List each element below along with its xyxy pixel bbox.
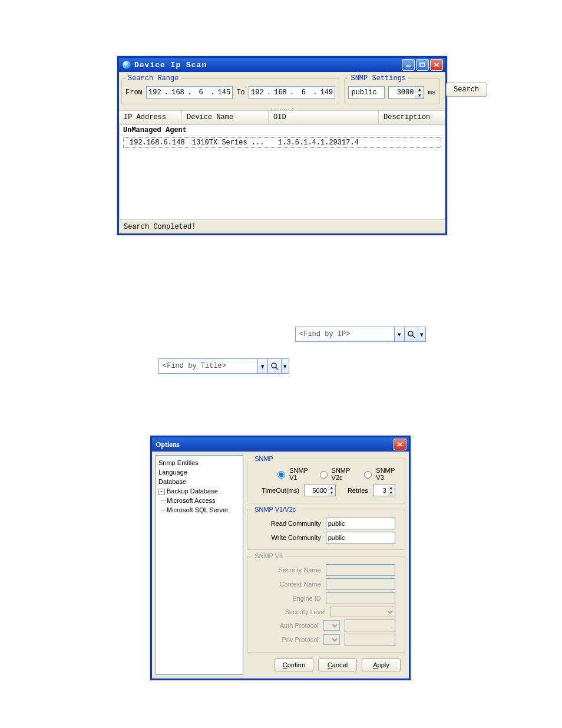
retries-input[interactable] bbox=[373, 485, 388, 496]
minimize-button[interactable] bbox=[402, 59, 415, 71]
find-title-input[interactable]: <Find by Title> bbox=[159, 359, 258, 373]
engine-id-label: Engine ID bbox=[262, 595, 321, 602]
timeout-up-icon[interactable]: ▲ bbox=[415, 87, 424, 93]
search-button[interactable]: Search bbox=[446, 83, 487, 97]
svg-point-2 bbox=[408, 331, 413, 336]
to-ip-oct2[interactable] bbox=[272, 87, 289, 98]
snmp-fieldset: SNMP SNMP V1 SNMP V2c SNMP V3 TimeOut(ms… bbox=[247, 455, 405, 503]
security-name-label: Security Name bbox=[262, 566, 321, 574]
svg-point-4 bbox=[272, 363, 276, 368]
spin-up-icon[interactable]: ▲ bbox=[328, 485, 335, 490]
to-label: To bbox=[236, 88, 244, 97]
snmp-v3-radio[interactable]: SNMP V3 bbox=[361, 467, 395, 481]
app-icon bbox=[123, 61, 131, 69]
cell-ip: 192.168.6.148 bbox=[125, 139, 187, 147]
snmp-legend: SNMP bbox=[252, 455, 276, 462]
results-header: IP Address Device Name OID Description bbox=[119, 110, 445, 124]
snmp-v2c-radio[interactable]: SNMP V2c bbox=[317, 467, 353, 481]
tree-ms-sql[interactable]: Microsoft SQL Server bbox=[167, 505, 240, 515]
search-range-fieldset: Search Range From . . . To bbox=[121, 74, 339, 104]
timeout-label: TimeOut(ms) bbox=[262, 487, 299, 494]
timeout-unit: ms bbox=[428, 89, 435, 96]
options-titlebar[interactable]: Options bbox=[152, 437, 409, 452]
confirm-button[interactable]: Confirm bbox=[275, 658, 313, 671]
write-community-label: Write Community bbox=[262, 534, 321, 541]
tree-language[interactable]: Language bbox=[158, 467, 240, 477]
to-ip-oct4[interactable] bbox=[318, 87, 335, 98]
retries-spinner[interactable]: ▲▼ bbox=[373, 485, 395, 496]
from-label: From bbox=[125, 88, 143, 97]
timeout-spinner[interactable]: ▲▼ bbox=[388, 86, 424, 99]
options-tree[interactable]: Snmp Entities Language Database −Backup … bbox=[156, 455, 243, 675]
snmp-v1-radio[interactable]: SNMP V1 bbox=[275, 467, 308, 481]
apply-button[interactable]: Apply bbox=[362, 658, 401, 671]
timeout-input[interactable] bbox=[389, 87, 415, 98]
snmp-settings-fieldset: SNMP Settings ▲▼ ms bbox=[344, 74, 439, 104]
from-ip-oct3[interactable] bbox=[193, 87, 209, 98]
status-bar: Search Completed! bbox=[119, 220, 445, 233]
spin-down-icon[interactable]: ▼ bbox=[388, 490, 395, 496]
timeout-ms-spinner[interactable]: ▲▼ bbox=[304, 485, 336, 496]
snmp-v1v2c-fieldset: SNMP V1/V2c Read Community Write Communi… bbox=[247, 506, 405, 551]
timeout-ms-input[interactable] bbox=[305, 485, 328, 496]
find-ip-menu-icon[interactable]: ▾ bbox=[418, 327, 425, 341]
tree-snmp-entities[interactable]: Snmp Entities bbox=[158, 458, 240, 467]
scan-titlebar[interactable]: Device Ip Scan bbox=[119, 58, 445, 72]
community-input[interactable] bbox=[348, 86, 385, 99]
v1v2c-legend: SNMP V1/V2c bbox=[252, 506, 298, 513]
results-grid[interactable]: UnManaged Agent 192.168.6.148 1310TX Ser… bbox=[119, 124, 445, 220]
find-title-dropdown-icon[interactable]: ▾ bbox=[258, 359, 268, 373]
svg-line-5 bbox=[276, 367, 278, 370]
cancel-button[interactable]: Cancel bbox=[318, 658, 357, 671]
find-by-ip-toolbar: <Find by IP> ▾ ▾ bbox=[295, 327, 426, 342]
maximize-button[interactable] bbox=[416, 59, 429, 71]
tree-backup-database[interactable]: −Backup Database bbox=[158, 486, 240, 496]
retries-label: Retries bbox=[348, 487, 368, 494]
priv-protocol-label: Priv Protocol bbox=[260, 636, 319, 643]
priv-protocol-select bbox=[323, 634, 340, 645]
to-ip-oct3[interactable] bbox=[295, 87, 312, 98]
result-row[interactable]: 192.168.6.148 1310TX Series ... 1.3.6.1.… bbox=[123, 137, 441, 148]
options-close-button[interactable] bbox=[394, 439, 406, 450]
from-ip-oct1[interactable] bbox=[147, 87, 163, 98]
from-ip-oct4[interactable] bbox=[216, 87, 232, 98]
find-title-search-icon[interactable] bbox=[268, 359, 282, 373]
svg-line-3 bbox=[412, 335, 415, 338]
find-ip-search-icon[interactable] bbox=[405, 327, 418, 341]
write-community-input[interactable] bbox=[326, 532, 395, 543]
from-ip-input[interactable]: . . . bbox=[146, 86, 233, 99]
find-ip-dropdown-icon[interactable]: ▾ bbox=[395, 327, 405, 341]
tree-collapse-icon[interactable]: − bbox=[158, 489, 165, 495]
options-dialog: Options Snmp Entities Language Database … bbox=[150, 436, 411, 680]
tree-database[interactable]: Database bbox=[158, 477, 240, 486]
svg-rect-0 bbox=[406, 65, 411, 67]
snmp-settings-legend: SNMP Settings bbox=[348, 74, 408, 83]
auth-protocol-select bbox=[323, 620, 340, 631]
to-ip-oct1[interactable] bbox=[249, 87, 266, 98]
auth-protocol-label: Auth Protocol bbox=[260, 622, 319, 629]
group-row[interactable]: UnManaged Agent bbox=[120, 125, 445, 136]
spin-down-icon[interactable]: ▼ bbox=[328, 490, 335, 496]
close-button[interactable] bbox=[430, 59, 443, 71]
snmp-v3-fieldset: SNMP V3 Security Name Context Name Engin… bbox=[247, 552, 405, 653]
options-title: Options bbox=[156, 440, 392, 449]
find-title-menu-icon[interactable]: ▾ bbox=[282, 359, 289, 373]
find-ip-input[interactable]: <Find by IP> bbox=[296, 327, 395, 341]
col-oid[interactable]: OID bbox=[269, 111, 379, 124]
timeout-down-icon[interactable]: ▼ bbox=[415, 93, 424, 98]
col-desc[interactable]: Description bbox=[379, 111, 445, 124]
read-community-input[interactable] bbox=[326, 518, 395, 529]
security-level-label: Security Level bbox=[267, 608, 326, 615]
col-ip[interactable]: IP Address bbox=[119, 111, 182, 124]
tree-ms-access[interactable]: Microsoft Access bbox=[167, 496, 240, 505]
security-level-select bbox=[330, 607, 395, 617]
search-range-legend: Search Range bbox=[125, 74, 181, 83]
from-ip-oct2[interactable] bbox=[170, 87, 186, 98]
cell-desc bbox=[383, 139, 439, 147]
priv-protocol-input bbox=[345, 634, 395, 645]
auth-protocol-input bbox=[345, 620, 395, 631]
col-device[interactable]: Device Name bbox=[182, 111, 269, 124]
spin-up-icon[interactable]: ▲ bbox=[388, 485, 395, 490]
cell-oid: 1.3.6.1.4.1.29317.4 bbox=[273, 139, 383, 147]
to-ip-input[interactable]: . . . bbox=[249, 86, 336, 99]
